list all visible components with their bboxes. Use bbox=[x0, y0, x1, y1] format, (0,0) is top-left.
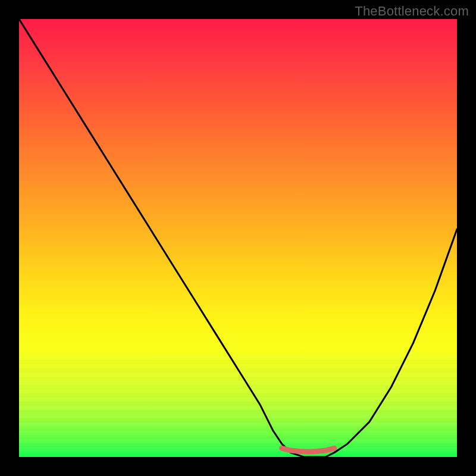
curve-svg bbox=[19, 19, 457, 457]
optimal-zone-marker bbox=[282, 448, 334, 452]
chart-frame: TheBottleneck.com bbox=[0, 0, 476, 476]
bottleneck-curve-line bbox=[19, 19, 457, 457]
watermark-text: TheBottleneck.com bbox=[355, 4, 469, 19]
plot-area bbox=[19, 19, 457, 457]
